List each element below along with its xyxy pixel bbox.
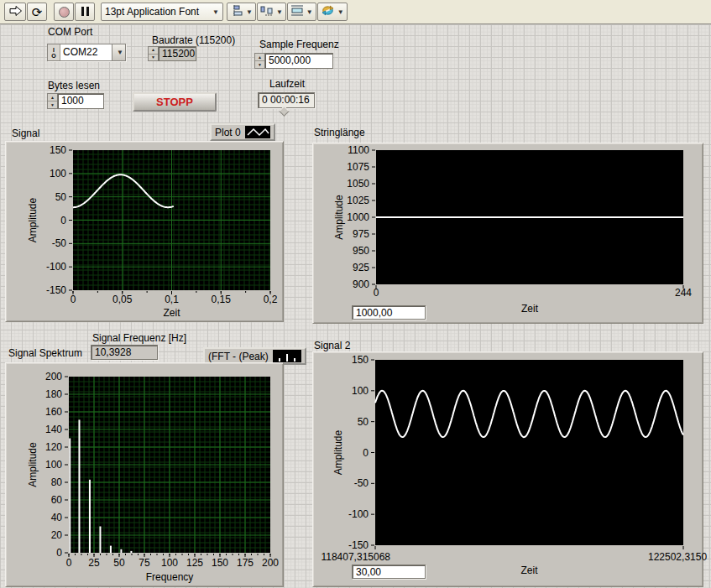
impulse-plot-icon — [273, 350, 301, 362]
svg-text:0,1: 0,1 — [165, 294, 179, 305]
svg-text:40: 40 — [51, 512, 63, 523]
abort-icon — [59, 7, 70, 18]
stringlaenge-waveform-chart: 024411001075105010251000975950925900Zeit… — [313, 143, 703, 323]
svg-text:122502,3150: 122502,3150 — [648, 551, 707, 563]
svg-text:0: 0 — [363, 447, 369, 459]
svg-text:1025: 1025 — [347, 195, 369, 206]
svg-text:0,05: 0,05 — [112, 294, 133, 305]
svg-text:Amplitude: Amplitude — [27, 198, 39, 243]
signal-plot-legend[interactable]: Plot 0 — [210, 123, 275, 141]
line-plot-icon — [245, 126, 270, 138]
io-icon: IO — [48, 44, 60, 60]
run-arrow-icon — [8, 5, 23, 19]
font-selector[interactable]: 13pt Application Font ▼ — [101, 3, 223, 21]
svg-text:0: 0 — [71, 294, 76, 305]
pause-button[interactable] — [75, 3, 95, 21]
baudrate-spinner[interactable]: ▲ ▼ — [148, 46, 158, 61]
spin-down-icon[interactable]: ▼ — [48, 101, 57, 108]
spektrum-legend-text: (FFT - (Peak) — [208, 351, 269, 362]
run-button[interactable] — [4, 3, 26, 21]
signal-spektrum-chart: 0255075100125150175200200180160140120100… — [6, 363, 283, 586]
svg-text:140: 140 — [45, 424, 62, 435]
svg-text:20: 20 — [51, 529, 63, 541]
com-port-combobox[interactable]: IO COM22 ▼ — [47, 44, 126, 61]
svg-text:-50: -50 — [52, 237, 67, 249]
svg-text:Zeit: Zeit — [521, 303, 539, 315]
distribute-objects-button[interactable]: ▼ — [257, 3, 286, 21]
toolbar: ⟳ 13pt Application Font ▼ ▼ ▼ — [0, 0, 711, 24]
spin-down-icon[interactable]: ▼ — [255, 61, 264, 68]
align-objects-button[interactable]: ▼ — [227, 3, 256, 21]
svg-text:1050: 1050 — [347, 178, 369, 190]
laufzeit-display: 0 00:00:16 — [258, 92, 315, 108]
baudrate-label: Baudrate (115200) — [152, 34, 235, 46]
svg-text:Amplitude: Amplitude — [333, 195, 345, 240]
chevron-down-icon: ▼ — [117, 49, 123, 56]
resize-objects-button[interactable]: ▼ — [287, 3, 316, 21]
stringlaenge-chart-label: Stringlänge — [314, 127, 365, 138]
svg-text:100: 100 — [50, 168, 66, 180]
sample-frequenz-field[interactable]: 5000,000 — [264, 53, 333, 69]
svg-text:100: 100 — [161, 557, 178, 569]
stopp-button[interactable]: STOPP — [133, 92, 217, 112]
sample-frequenz-label: Sample Frequenz — [259, 39, 339, 50]
spin-down-icon[interactable]: ▼ — [149, 55, 158, 61]
run-continuously-icon: ⟳ — [32, 6, 43, 18]
spin-up-icon[interactable]: ▲ — [149, 47, 158, 55]
svg-text:118407,315068: 118407,315068 — [321, 551, 390, 563]
signal-legend-text: Plot 0 — [215, 127, 241, 138]
svg-text:0: 0 — [60, 215, 66, 226]
chevron-down-icon: ▼ — [306, 8, 313, 16]
svg-text:975: 975 — [353, 228, 369, 240]
svg-text:-150: -150 — [46, 284, 66, 296]
svg-text:0: 0 — [374, 287, 379, 299]
svg-text:-50: -50 — [354, 477, 369, 489]
com-port-label: COM Port — [48, 26, 92, 38]
stringlaenge-value-display: 1000,00 — [352, 305, 426, 320]
svg-text:60: 60 — [51, 494, 63, 506]
com-port-dropdown-button[interactable]: ▼ — [112, 44, 125, 60]
svg-text:950: 950 — [353, 245, 369, 257]
svg-text:-150: -150 — [348, 539, 369, 551]
svg-text:80: 80 — [51, 476, 63, 488]
sample-frequenz-spinner[interactable]: ▲ ▼ — [254, 53, 264, 69]
svg-text:1100: 1100 — [348, 144, 369, 156]
spin-up-icon[interactable]: ▲ — [255, 54, 264, 61]
chevron-down-icon: ▼ — [212, 8, 219, 16]
signal-chart-panel: 00,050,10,150,2150100500-50-100-150ZeitA… — [5, 141, 284, 322]
svg-text:0: 0 — [66, 557, 72, 569]
signal2-chart-label: Signal 2 — [314, 340, 350, 351]
stringlaenge-chart-panel: 024411001075105010251000975950925900Zeit… — [312, 143, 703, 324]
svg-text:100: 100 — [352, 385, 369, 397]
svg-text:180: 180 — [45, 388, 62, 400]
svg-text:Amplitude: Amplitude — [332, 430, 344, 476]
sample-frequenz-control: ▲ ▼ 5000,000 — [254, 53, 333, 69]
reorder-button[interactable]: ▼ — [317, 3, 348, 21]
bytes-lesen-field[interactable]: 1000 — [57, 93, 104, 109]
svg-text:0,15: 0,15 — [212, 294, 232, 305]
reorder-icon — [321, 4, 335, 19]
svg-text:1075: 1075 — [347, 161, 369, 173]
bytes-lesen-spinner[interactable]: ▲ ▼ — [47, 93, 57, 109]
svg-text:75: 75 — [139, 557, 150, 569]
svg-text:175: 175 — [237, 557, 254, 569]
signal-chart-label: Signal — [12, 127, 39, 139]
distribute-objects-icon — [260, 4, 274, 19]
signal-waveform-chart: 00,050,10,150,2150100500-50-100-150ZeitA… — [6, 142, 283, 321]
font-selector-label: 13pt Application Font — [105, 6, 210, 18]
svg-text:Zeit: Zeit — [163, 307, 180, 319]
bytes-lesen-label: Bytes lesen — [48, 80, 100, 91]
svg-text:-100: -100 — [46, 261, 66, 273]
spin-up-icon[interactable]: ▲ — [48, 94, 57, 101]
signal-spektrum-chart-panel: 0255075100125150175200200180160140120100… — [5, 362, 284, 587]
abort-button[interactable] — [54, 3, 74, 21]
chevron-down-icon: ▼ — [276, 8, 283, 16]
svg-text:925: 925 — [353, 262, 369, 273]
svg-text:Frequency: Frequency — [146, 571, 194, 583]
svg-text:50: 50 — [358, 416, 369, 428]
run-continuously-button[interactable]: ⟳ — [27, 3, 47, 21]
signal-frequenz-label: Signal Frequenz [Hz] — [92, 332, 186, 344]
bytes-lesen-control: ▲ ▼ 1000 — [47, 93, 104, 109]
svg-text:Zeit: Zeit — [520, 565, 538, 576]
baudrate-field[interactable]: 115200 — [158, 46, 196, 61]
